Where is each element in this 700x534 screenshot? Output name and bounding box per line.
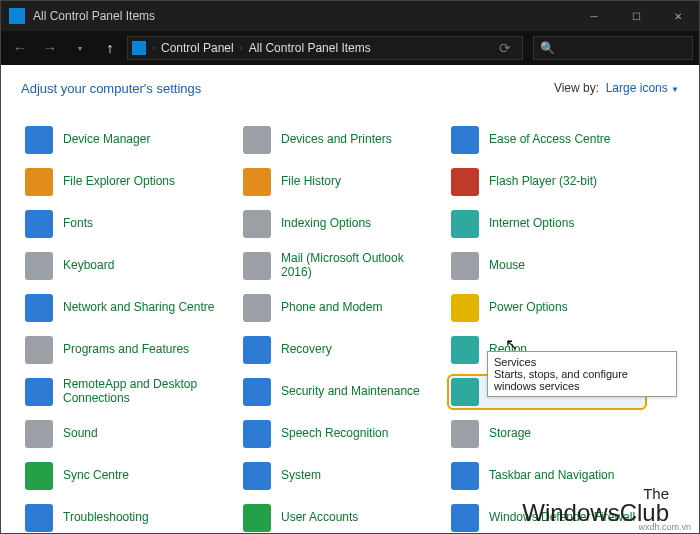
up-button[interactable]: ↑	[97, 35, 123, 61]
cpl-item-phone-and-modem[interactable]: Phone and Modem	[239, 290, 439, 326]
minimize-button[interactable]: ─	[573, 1, 615, 31]
cpl-item-keyboard[interactable]: Keyboard	[21, 248, 231, 284]
view-by-control[interactable]: View by: Large icons ▼	[554, 81, 679, 95]
back-button[interactable]: ←	[7, 35, 33, 61]
cpl-item-device-manager[interactable]: Device Manager	[21, 122, 231, 158]
troubleshooting-icon	[25, 504, 53, 532]
cpl-item-system[interactable]: System	[239, 458, 439, 494]
maximize-button[interactable]: ☐	[615, 1, 657, 31]
item-label: Phone and Modem	[281, 301, 382, 315]
network-sharing-icon	[25, 294, 53, 322]
cpl-item-storage[interactable]: Storage	[447, 416, 647, 452]
item-label: Internet Options	[489, 217, 574, 231]
fonts-icon	[25, 210, 53, 238]
item-label: File Explorer Options	[63, 175, 175, 189]
programs-features-icon	[25, 336, 53, 364]
item-label: Mouse	[489, 259, 525, 273]
cpl-item-sound[interactable]: Sound	[21, 416, 231, 452]
chevron-down-icon: ▼	[671, 85, 679, 94]
titlebar: All Control Panel Items ─ ☐ ✕	[1, 1, 699, 31]
item-label: RemoteApp and Desktop Connections	[63, 378, 227, 406]
item-label: File History	[281, 175, 341, 189]
cpl-item-file-explorer-options[interactable]: File Explorer Options	[21, 164, 231, 200]
user-accounts-icon	[243, 504, 271, 532]
view-by-value[interactable]: Large icons	[606, 81, 668, 95]
address-bar[interactable]: › Control Panel › All Control Panel Item…	[127, 36, 523, 60]
item-label: Sound	[63, 427, 98, 441]
cpl-item-programs-and-features[interactable]: Programs and Features	[21, 332, 231, 368]
mail-icon	[243, 252, 271, 280]
device-manager-icon	[25, 126, 53, 154]
cpl-item-mouse[interactable]: Mouse	[447, 248, 647, 284]
ease-of-access-icon	[451, 126, 479, 154]
nav-toolbar: ← → ▾ ↑ › Control Panel › All Control Pa…	[1, 31, 699, 65]
recovery-icon	[243, 336, 271, 364]
cpl-item-indexing-options[interactable]: Indexing Options	[239, 206, 439, 242]
tooltip-title: Services	[494, 356, 670, 368]
security-maintenance-icon	[243, 378, 271, 406]
items-grid: Device ManagerDevices and PrintersEase o…	[21, 122, 691, 534]
cpl-item-user-accounts[interactable]: User Accounts	[239, 500, 439, 534]
cpl-item-sync-centre[interactable]: Sync Centre	[21, 458, 231, 494]
item-label: Storage	[489, 427, 531, 441]
internet-options-icon	[451, 210, 479, 238]
cpl-item-flash-player-32-bit[interactable]: Flash Player (32-bit)	[447, 164, 647, 200]
breadcrumb[interactable]: Control Panel	[161, 41, 234, 55]
cpl-item-devices-and-printers[interactable]: Devices and Printers	[239, 122, 439, 158]
cpl-item-file-history[interactable]: File History	[239, 164, 439, 200]
cpl-item-power-options[interactable]: Power Options	[447, 290, 647, 326]
sound-icon	[25, 420, 53, 448]
cpl-item-internet-options[interactable]: Internet Options	[447, 206, 647, 242]
search-icon: 🔍	[540, 41, 555, 55]
power-options-icon	[451, 294, 479, 322]
item-label: Network and Sharing Centre	[63, 301, 214, 315]
phone-modem-icon	[243, 294, 271, 322]
cpl-item-troubleshooting[interactable]: Troubleshooting	[21, 500, 231, 534]
item-label: Mail (Microsoft Outlook 2016)	[281, 252, 435, 280]
services-icon	[451, 378, 479, 406]
cursor-icon: ↖	[505, 335, 518, 354]
item-label: Troubleshooting	[63, 511, 149, 525]
chevron-right-icon: ›	[150, 43, 157, 53]
cpl-item-recovery[interactable]: Recovery	[239, 332, 439, 368]
taskbar-nav-icon	[451, 462, 479, 490]
cpl-item-security-and-maintenance[interactable]: Security and Maintenance	[239, 374, 439, 410]
item-label: Sync Centre	[63, 469, 129, 483]
cpl-item-network-and-sharing-centre[interactable]: Network and Sharing Centre	[21, 290, 231, 326]
breadcrumb[interactable]: All Control Panel Items	[249, 41, 371, 55]
item-label: Taskbar and Navigation	[489, 469, 614, 483]
devices-printers-icon	[243, 126, 271, 154]
cpl-item-fonts[interactable]: Fonts	[21, 206, 231, 242]
cpl-item-ease-of-access-centre[interactable]: Ease of Access Centre	[447, 122, 647, 158]
item-label: Speech Recognition	[281, 427, 388, 441]
item-label: Device Manager	[63, 133, 150, 147]
system-icon	[243, 462, 271, 490]
mouse-icon	[451, 252, 479, 280]
defender-firewall-icon	[451, 504, 479, 532]
cpl-item-speech-recognition[interactable]: Speech Recognition	[239, 416, 439, 452]
recent-dropdown[interactable]: ▾	[67, 35, 93, 61]
watermark: The WindowsClub	[522, 486, 669, 525]
item-label: Programs and Features	[63, 343, 189, 357]
forward-button[interactable]: →	[37, 35, 63, 61]
item-label: Devices and Printers	[281, 133, 392, 147]
tooltip: Services Starts, stops, and configure wi…	[487, 351, 677, 397]
refresh-button[interactable]: ⟳	[492, 35, 518, 61]
cpl-item-mail-microsoft-outlook-2016[interactable]: Mail (Microsoft Outlook 2016)	[239, 248, 439, 284]
speech-icon	[243, 420, 271, 448]
item-label: Security and Maintenance	[281, 385, 420, 399]
item-label: Fonts	[63, 217, 93, 231]
file-history-icon	[243, 168, 271, 196]
close-button[interactable]: ✕	[657, 1, 699, 31]
item-label: User Accounts	[281, 511, 358, 525]
search-input[interactable]: 🔍	[533, 36, 693, 60]
cpl-item-remoteapp-and-desktop-connections[interactable]: RemoteApp and Desktop Connections	[21, 374, 231, 410]
sync-centre-icon	[25, 462, 53, 490]
indexing-options-icon	[243, 210, 271, 238]
tooltip-body: Starts, stops, and configure windows ser…	[494, 368, 628, 392]
item-label: Power Options	[489, 301, 568, 315]
item-label: Recovery	[281, 343, 332, 357]
flash-player-icon	[451, 168, 479, 196]
control-panel-icon	[132, 41, 146, 55]
storage-icon	[451, 420, 479, 448]
